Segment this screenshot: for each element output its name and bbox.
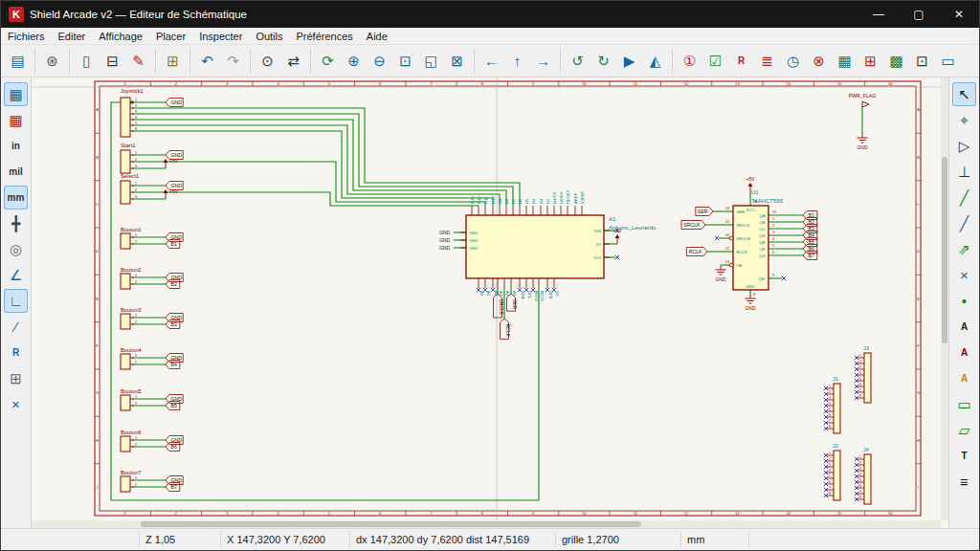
power-5v-symbol[interactable]: +5V (164, 188, 179, 199)
undo-button[interactable]: ↶ (195, 49, 219, 73)
global-label-srclk[interactable]: SRCLK (681, 221, 705, 230)
vertical-scrollbar-thumb[interactable] (942, 157, 947, 342)
pwr-flag-symbol[interactable]: PWR_FLAG (849, 93, 877, 107)
global-label-b6[interactable]: B6 (166, 443, 180, 452)
connector-joystick1[interactable]: Joystick1123456 (121, 88, 144, 137)
nav-up-button[interactable]: ↑ (505, 49, 529, 73)
refresh-view-button[interactable]: ⟳ (316, 49, 340, 73)
properties-manager-button[interactable]: × (4, 392, 28, 416)
zoom-in-button[interactable]: ⊕ (342, 49, 366, 73)
global-label-srclk[interactable]: SRCLK (494, 294, 504, 318)
zoom-objects-button[interactable]: ◱ (419, 49, 443, 73)
angle45-wires-button[interactable]: ∕ (4, 315, 28, 339)
global-label-ser[interactable]: SER (507, 294, 518, 311)
hierarchical-label-button[interactable]: A (952, 366, 976, 390)
bom-button[interactable]: ⊞ (858, 49, 882, 73)
find-button[interactable]: ⊙ (256, 49, 279, 73)
global-label-gnd[interactable]: GND (166, 99, 183, 107)
symbol-checker-button[interactable]: ≣ (755, 49, 779, 73)
mirror-button[interactable]: ◭ (643, 49, 667, 73)
hierarchy-panel-button[interactable]: ⊡ (910, 49, 934, 73)
connector-j2[interactable]: J212345678 (824, 443, 840, 500)
select-tool-button[interactable]: ↖ (952, 82, 976, 106)
show-grid-button[interactable]: ▦ (4, 82, 28, 106)
zoom-out-button[interactable]: ⊖ (368, 49, 391, 73)
zoom-selection-button[interactable]: ⊠ (445, 49, 469, 73)
global-label-b3[interactable]: B3 (166, 320, 180, 329)
hierarchy-navigator-button[interactable]: ⊞ (4, 366, 28, 390)
horizontal-scrollbar-thumb[interactable] (141, 521, 641, 527)
simulator-button[interactable]: ◷ (781, 49, 805, 73)
global-label-b2[interactable]: B2 (166, 280, 180, 289)
zoom-fit-button[interactable]: ⊡ (393, 49, 417, 73)
find-replace-button[interactable]: ⇄ (281, 49, 305, 73)
save-button[interactable]: ▤ (6, 49, 30, 73)
global-label-b4[interactable]: B4 (166, 361, 180, 369)
maximize-button[interactable]: ▢ (899, 1, 939, 28)
redo-button[interactable]: ↷ (221, 49, 245, 73)
global-label-b5[interactable]: B5 (166, 402, 180, 410)
annotate-button[interactable]: ① (678, 49, 702, 73)
erc-button[interactable]: ☑ (703, 49, 727, 73)
plot-button[interactable]: ✎ (126, 49, 150, 73)
global-label-b7[interactable]: B7 (803, 252, 817, 260)
global-label-rclk[interactable]: RCLK (686, 248, 707, 256)
nav-forward-button[interactable]: → (531, 49, 555, 73)
navigate-hierarchy-button[interactable]: ▶ (617, 49, 641, 73)
place-symbol-button[interactable]: ▷ (952, 134, 976, 158)
menu-aide[interactable]: Aide (360, 30, 394, 43)
power-5v-symbol[interactable]: +5V (164, 158, 179, 168)
hc595-symbol[interactable]: U174AHCT595SER14SRCLK11SRCLR10RCLK12OE13… (725, 189, 784, 297)
menu-inspecter[interactable]: Inspecter (192, 30, 249, 43)
sheet-pin-button[interactable]: ▱ (952, 418, 976, 442)
menu-affichage[interactable]: Affichage (92, 30, 149, 43)
hidden-pins-button[interactable]: ◎ (4, 237, 28, 261)
draw-wire-button[interactable]: ╱ (952, 186, 976, 209)
hv-wires-button[interactable]: ∟ (4, 289, 28, 313)
symbol-fields-table-button[interactable]: ▦ (833, 49, 857, 73)
draw-bus-button[interactable]: ╱ (952, 211, 976, 235)
net-label-button[interactable]: A (952, 315, 976, 339)
free-angle-wires-button[interactable]: ∠ (4, 263, 28, 287)
units-mil-button[interactable]: mil (4, 160, 28, 184)
connector-j4[interactable]: J412345678 (855, 447, 871, 504)
assign-footprints-button[interactable]: ▩ (884, 49, 908, 73)
erc-violations-button[interactable]: ⊗ (807, 49, 831, 73)
menu-editer[interactable]: Editer (52, 30, 93, 43)
rotate-cw-button[interactable]: ↻ (591, 49, 615, 73)
nav-back-button[interactable]: ← (479, 49, 503, 73)
connector-j3[interactable]: J312345678 (855, 345, 871, 403)
power-gnd-symbol[interactable]: GND (715, 265, 726, 282)
global-label-ser[interactable]: SER (696, 208, 713, 216)
no-connect-flag-button[interactable]: × (952, 263, 976, 287)
navigator-frame-button[interactable]: ▭ (936, 49, 960, 73)
vertical-scrollbar[interactable] (941, 77, 948, 520)
units-mm-button[interactable]: mm (4, 186, 28, 209)
schematic-svg[interactable]: 1122334455667788991010111112121313141415… (32, 77, 948, 528)
crosshair-style-button[interactable]: ╋ (4, 211, 28, 235)
menu-placer[interactable]: Placer (149, 30, 192, 43)
horizontal-scrollbar[interactable] (32, 520, 941, 528)
connector-j1[interactable]: J112345678 (824, 376, 840, 433)
menu-outils[interactable]: Outils (249, 30, 289, 43)
page-settings-button[interactable]: ▯ (75, 49, 99, 73)
schematic-canvas[interactable]: 1122334455667788991010111112121313141415… (32, 77, 948, 528)
global-label-rclk[interactable]: RCLK (501, 319, 511, 340)
print-button[interactable]: ⊟ (100, 49, 124, 73)
paste-button[interactable]: ⊞ (161, 49, 185, 73)
units-inch-button[interactable]: in (4, 134, 28, 158)
schematic-setup-button[interactable]: ⊛ (40, 49, 64, 73)
menu-prfrences[interactable]: Préférences (290, 30, 360, 43)
place-power-port-button[interactable]: ⊥ (952, 160, 976, 184)
global-label-b1[interactable]: B1 (166, 240, 180, 249)
text-box-button[interactable]: ≡ (952, 470, 976, 494)
annotate-auto-button[interactable]: R (4, 341, 28, 364)
hierarchical-sheet-button[interactable]: ▭ (952, 392, 976, 416)
wire-to-bus-entry-button[interactable]: ⇗ (952, 237, 976, 261)
place-text-button[interactable]: T (952, 444, 976, 468)
power-gnd-symbol[interactable]: GND (857, 133, 868, 150)
rotate-ccw-button[interactable]: ↺ (566, 49, 590, 73)
junction-button[interactable]: • (952, 289, 976, 313)
arduino-leonardo-symbol[interactable]: A1Arduino_LeonardoD13D12D11D10D9D8D7D6D5… (439, 189, 657, 301)
highlight-net-button[interactable]: ⌖ (952, 108, 976, 132)
